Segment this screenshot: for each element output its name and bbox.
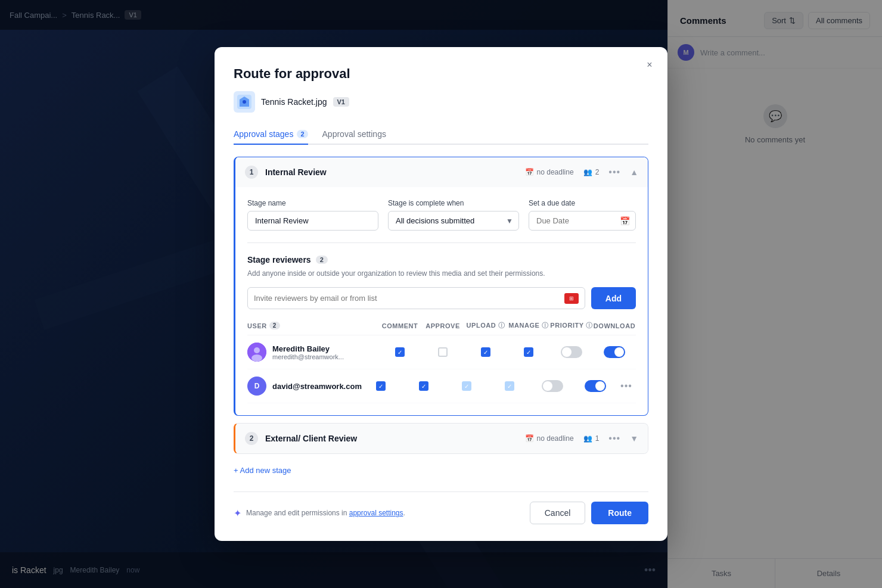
user-1-avatar xyxy=(247,343,266,362)
stage-complete-select[interactable]: All decisions submitted Any decision sub… xyxy=(388,211,519,231)
invite-list-icon: ⊞ xyxy=(564,293,579,304)
stage-2-name: External/ Client Review xyxy=(265,434,518,443)
col-user-header: User 2 xyxy=(247,322,378,329)
stage-2-more-button[interactable]: ••• xyxy=(608,433,620,444)
user-1-manage-cell[interactable]: ✓ xyxy=(507,347,550,357)
table-row: Meredith Bailey meredith@streamwork... ✓… xyxy=(247,335,636,369)
form-divider xyxy=(247,242,636,243)
user-1-priority-toggle[interactable] xyxy=(561,346,582,358)
stage-1-meta: 📅 no deadline 👥 2 ••• ▲ xyxy=(525,167,638,178)
stage-1-deadline: 📅 no deadline xyxy=(525,168,574,176)
user-1-approve-checkbox[interactable] xyxy=(438,347,448,357)
user-2-comment-checkbox[interactable]: ✓ xyxy=(376,381,386,391)
modal-overlay: × Route for approval Tennis Racket.jpg V… xyxy=(0,0,882,588)
stage-1-more-button[interactable]: ••• xyxy=(608,167,620,178)
reviewers-header: Stage reviewers 2 xyxy=(247,255,636,265)
stage-1-header: 1 Internal Review 📅 no deadline 👥 2 ••• … xyxy=(235,157,648,187)
stage-1-name: Internal Review xyxy=(265,167,518,177)
user-1-approve-cell[interactable] xyxy=(421,347,464,357)
tab-approval-settings[interactable]: Approval settings xyxy=(322,125,386,145)
upload-info-icon[interactable]: ⓘ xyxy=(498,322,505,329)
invite-row: ⊞ Add xyxy=(247,287,636,309)
invite-input-wrapper: ⊞ xyxy=(247,287,585,309)
col-priority-header: Priority ⓘ xyxy=(550,321,593,330)
cancel-button[interactable]: Cancel xyxy=(530,502,586,524)
col-comment-header: Comment xyxy=(378,322,421,329)
stage-2-deadline-text: no deadline xyxy=(537,434,574,443)
route-button[interactable]: Route xyxy=(591,502,648,524)
user-1-priority-cell[interactable] xyxy=(550,346,593,358)
priority-info-icon[interactable]: ⓘ xyxy=(586,322,593,329)
approval-settings-label: Approval settings xyxy=(322,129,386,139)
footer-actions: Cancel Route xyxy=(530,502,648,524)
add-reviewer-button[interactable]: Add xyxy=(591,287,636,309)
user-2-priority-toggle[interactable] xyxy=(542,380,563,392)
user-1-comment-cell[interactable]: ✓ xyxy=(378,347,421,357)
sparkle-icon: ✦ xyxy=(234,508,241,519)
user-1-upload-cell[interactable]: ✓ xyxy=(464,347,507,357)
user-2-comment-cell[interactable]: ✓ xyxy=(359,381,402,391)
stage-2-deadline: 📅 no deadline xyxy=(525,434,574,443)
stage-2-reviewers-count: 1 xyxy=(595,434,600,443)
stage-1-collapse-button[interactable]: ▲ xyxy=(630,167,638,177)
tab-approval-stages[interactable]: Approval stages 2 xyxy=(234,125,308,145)
user-2-name: david@streamwork.com xyxy=(272,382,362,391)
footer-hint-text: Manage and edit permissions in approval … xyxy=(246,509,405,517)
file-thumbnail xyxy=(234,91,255,113)
approval-settings-link[interactable]: approval settings xyxy=(349,509,403,517)
stage-complete-group: Stage is complete when All decisions sub… xyxy=(388,199,519,231)
calendar-2-icon: 📅 xyxy=(525,434,534,443)
calendar-icon: 📅 xyxy=(525,168,534,176)
stage-2-card: 2 External/ Client Review 📅 no deadline … xyxy=(234,423,648,454)
user-col-label: User xyxy=(247,322,267,329)
col-upload-header: Upload ⓘ xyxy=(464,321,507,330)
add-new-stage-button[interactable]: + Add new stage xyxy=(234,461,291,480)
stage-1-card: 1 Internal Review 📅 no deadline 👥 2 ••• … xyxy=(234,157,648,416)
user-2-download-cell[interactable] xyxy=(574,380,617,392)
stage-2-reviewers: 👥 1 xyxy=(583,434,600,443)
modal-title: Route for approval xyxy=(234,66,648,82)
stage-name-input[interactable] xyxy=(247,211,378,231)
stage-1-body: Stage name Stage is complete when All de… xyxy=(235,187,648,415)
table-header: User 2 Comment Approve Upload ⓘ Manage ⓘ… xyxy=(247,321,636,335)
svg-point-6 xyxy=(254,347,260,353)
user-1-download-cell[interactable] xyxy=(593,346,636,358)
reviewers-2-icon: 👥 xyxy=(583,434,592,443)
svg-point-7 xyxy=(251,354,262,362)
due-date-input[interactable] xyxy=(529,211,636,231)
reviewers-count-badge: 2 xyxy=(316,256,328,264)
modal-close-button[interactable]: × xyxy=(641,57,658,73)
user-1-info: Meredith Bailey meredith@streamwork... xyxy=(247,343,378,362)
stage-1-number: 1 xyxy=(245,166,258,179)
col-approve-header: Approve xyxy=(421,322,464,329)
stage-2-meta: 📅 no deadline 👥 1 ••• ▼ xyxy=(525,433,638,444)
modal-tabs: Approval stages 2 Approval settings xyxy=(234,125,648,145)
user-2-info: D david@streamwork.com xyxy=(247,377,359,396)
user-2-upload-checkbox[interactable]: ✓ xyxy=(462,381,471,391)
user-2-more-button[interactable]: ••• xyxy=(620,381,632,391)
user-2-approve-checkbox[interactable]: ✓ xyxy=(419,381,428,391)
user-2-priority-cell[interactable] xyxy=(531,380,574,392)
user-1-download-toggle[interactable] xyxy=(604,346,625,358)
users-permissions-table: User 2 Comment Approve Upload ⓘ Manage ⓘ… xyxy=(247,321,636,403)
user-2-download-toggle[interactable] xyxy=(585,380,606,392)
user-1-details: Meredith Bailey meredith@streamwork... xyxy=(272,344,344,360)
manage-info-icon[interactable]: ⓘ xyxy=(542,322,549,329)
user-1-upload-checkbox[interactable]: ✓ xyxy=(481,347,490,357)
stage-complete-wrapper: All decisions submitted Any decision sub… xyxy=(388,211,519,231)
user-1-comment-checkbox[interactable]: ✓ xyxy=(395,347,405,357)
stage-2-expand-button[interactable]: ▼ xyxy=(630,434,638,443)
stage-1-reviewers: 👥 2 xyxy=(583,168,600,176)
user-2-approve-cell[interactable]: ✓ xyxy=(402,381,445,391)
user-1-manage-checkbox[interactable]: ✓ xyxy=(524,347,533,357)
stage-2-header: 2 External/ Client Review 📅 no deadline … xyxy=(235,424,648,453)
user-2-manage-checkbox[interactable]: ✓ xyxy=(505,381,514,391)
add-stage-label: + Add new stage xyxy=(234,466,291,475)
user-2-manage-cell[interactable]: ✓ xyxy=(488,381,531,391)
user-2-upload-cell[interactable]: ✓ xyxy=(445,381,488,391)
invite-email-input[interactable] xyxy=(254,288,564,309)
col-manage-header: Manage ⓘ xyxy=(507,321,550,330)
file-info: Tennis Racket.jpg V1 xyxy=(234,91,648,113)
file-version: V1 xyxy=(333,97,349,107)
reviewers-description: Add anyone inside or outside your organi… xyxy=(247,268,636,279)
